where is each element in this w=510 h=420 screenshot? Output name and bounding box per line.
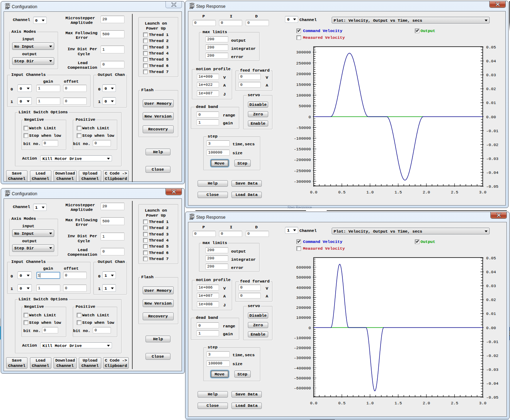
svg-text:0.04: 0.04 bbox=[486, 270, 496, 274]
svg-text:0.5: 0.5 bbox=[338, 190, 346, 195]
svg-text:-0.02: -0.02 bbox=[486, 142, 499, 147]
svg-text:-0.02: -0.02 bbox=[486, 353, 499, 358]
svg-text:-0.05: -0.05 bbox=[486, 184, 499, 189]
svg-text:2.0: 2.0 bbox=[423, 190, 430, 195]
svg-text:-300000: -300000 bbox=[294, 356, 311, 360]
svg-text:3.0: 3.0 bbox=[479, 190, 486, 195]
svg-text:400000: 400000 bbox=[296, 285, 311, 290]
svg-text:2.5: 2.5 bbox=[451, 190, 458, 195]
svg-text:-0.04: -0.04 bbox=[486, 381, 499, 386]
svg-text:-500000: -500000 bbox=[294, 376, 311, 380]
svg-text:50000: 50000 bbox=[299, 104, 311, 108]
svg-text:0: 0 bbox=[308, 326, 311, 330]
svg-text:-400000: -400000 bbox=[294, 366, 311, 370]
svg-text:0.05: 0.05 bbox=[486, 45, 496, 50]
svg-text:-0.04: -0.04 bbox=[486, 170, 499, 175]
svg-text:200000: 200000 bbox=[296, 72, 311, 76]
svg-text:1.0: 1.0 bbox=[366, 401, 374, 405]
svg-text:0.5: 0.5 bbox=[338, 401, 346, 405]
svg-text:-250000: -250000 bbox=[294, 168, 311, 173]
svg-text:2.0: 2.0 bbox=[423, 401, 430, 405]
svg-text:-100000: -100000 bbox=[294, 336, 311, 340]
svg-text:DM: DM bbox=[190, 7, 194, 9]
svg-text:1.5: 1.5 bbox=[394, 401, 402, 405]
svg-text:0.05: 0.05 bbox=[486, 256, 496, 260]
svg-text:0: 0 bbox=[308, 115, 311, 119]
svg-text:DM: DM bbox=[5, 7, 9, 10]
svg-text:3.0: 3.0 bbox=[479, 401, 486, 405]
svg-text:0.0: 0.0 bbox=[310, 190, 317, 195]
svg-text:250000: 250000 bbox=[296, 61, 311, 66]
svg-text:300000: 300000 bbox=[296, 50, 311, 55]
svg-text:600000: 600000 bbox=[296, 265, 311, 270]
svg-text:-200000: -200000 bbox=[294, 157, 311, 162]
svg-text:DM: DM bbox=[5, 194, 9, 197]
svg-text:200000: 200000 bbox=[296, 305, 311, 310]
svg-text:100000: 100000 bbox=[296, 315, 311, 320]
svg-text:-0.01: -0.01 bbox=[486, 339, 499, 344]
svg-text:-0.03: -0.03 bbox=[486, 156, 499, 161]
svg-text:-50000: -50000 bbox=[296, 125, 311, 130]
svg-text:300000: 300000 bbox=[296, 295, 311, 300]
svg-text:-150000: -150000 bbox=[294, 147, 311, 151]
svg-text:0.01: 0.01 bbox=[486, 100, 496, 105]
svg-text:-0.05: -0.05 bbox=[486, 395, 499, 400]
svg-text:1.0: 1.0 bbox=[366, 190, 374, 195]
svg-text:0.02: 0.02 bbox=[486, 297, 496, 302]
svg-text:0.00: 0.00 bbox=[486, 115, 496, 119]
svg-text:150000: 150000 bbox=[296, 82, 311, 87]
svg-text:-600000: -600000 bbox=[294, 386, 311, 390]
svg-text:0.03: 0.03 bbox=[486, 73, 496, 77]
svg-text:0.0: 0.0 bbox=[310, 401, 317, 405]
svg-text:-0.03: -0.03 bbox=[486, 367, 499, 372]
svg-text:DM: DM bbox=[190, 218, 194, 220]
svg-text:-200000: -200000 bbox=[294, 346, 311, 350]
svg-text:1.5: 1.5 bbox=[394, 190, 402, 195]
svg-text:0.04: 0.04 bbox=[486, 59, 496, 63]
svg-text:-300000: -300000 bbox=[294, 179, 311, 184]
svg-text:0.00: 0.00 bbox=[486, 326, 496, 330]
svg-text:100000: 100000 bbox=[296, 93, 311, 98]
svg-text:0.02: 0.02 bbox=[486, 87, 496, 91]
svg-text:-100000: -100000 bbox=[294, 136, 311, 141]
svg-text:-0.01: -0.01 bbox=[486, 129, 499, 133]
svg-text:0.01: 0.01 bbox=[486, 311, 496, 316]
svg-text:500000: 500000 bbox=[296, 275, 311, 280]
svg-text:2.5: 2.5 bbox=[451, 401, 458, 405]
svg-text:0.03: 0.03 bbox=[486, 284, 496, 288]
